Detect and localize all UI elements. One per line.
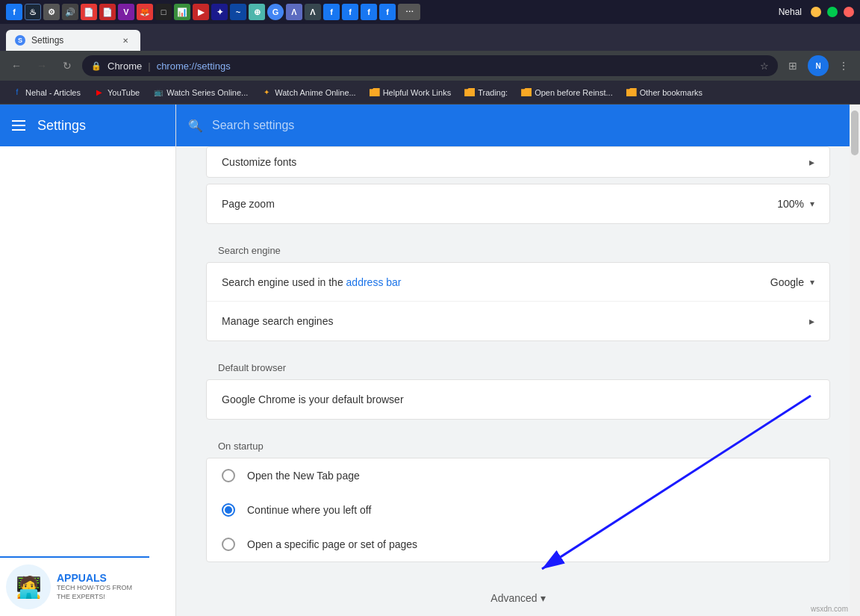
page-zoom-value[interactable]: 100% ▾: [777, 198, 814, 210]
bookmark-watch-series-label: Watch Series Online...: [166, 88, 248, 97]
page-zoom-card: Page zoom 100% ▾: [206, 184, 830, 224]
startup-option-continue[interactable]: Continue where you left off: [207, 493, 829, 527]
tab-close-button[interactable]: ✕: [119, 34, 131, 46]
taskbar-google-icon[interactable]: G: [267, 4, 284, 20]
scrollbar-track[interactable]: [850, 105, 860, 616]
bookmark-trading-icon: [464, 87, 475, 98]
back-button[interactable]: ←: [6, 55, 27, 76]
taskbar-icon-5[interactable]: 📄: [81, 4, 97, 20]
bookmark-helpful-work-icon: [370, 87, 380, 98]
bookmark-watch-anime[interactable]: ✦ Watch Anime Online...: [255, 84, 361, 102]
bookmark-star-icon[interactable]: ☆: [760, 60, 769, 72]
default-browser-status: Google Chrome is your default browser: [222, 393, 814, 405]
taskbar-icon-13[interactable]: ~: [230, 4, 246, 20]
page-zoom-dropdown-arrow: ▾: [810, 199, 814, 209]
lock-icon: 🔒: [91, 61, 102, 71]
taskbar-steam-icon[interactable]: ♨: [25, 4, 41, 20]
window-controls[interactable]: [811, 7, 854, 17]
extensions-button[interactable]: ⊞: [782, 55, 803, 76]
search-engine-used-label: Search engine used in the address bar: [222, 276, 770, 288]
settings-main: 🔍 Customize fonts ▸ Page zoom 100% ▾: [176, 105, 860, 616]
advanced-button[interactable]: Advanced ▾: [479, 586, 557, 610]
taskbar-fb2-icon[interactable]: f: [323, 4, 340, 20]
search-icon: 🔍: [188, 119, 203, 133]
settings-search-bar: 🔍: [176, 105, 860, 146]
wsxdn-watermark: wsxdn.com: [811, 605, 848, 613]
taskbar-fb3-icon[interactable]: f: [342, 4, 358, 20]
bookmark-open-before[interactable]: Open before Reinst...: [515, 84, 619, 102]
search-engine-current-value: Google: [770, 276, 804, 288]
bookmark-helpful-work[interactable]: Helpful Work Links: [364, 84, 458, 102]
taskbar-fb5-icon[interactable]: f: [379, 4, 396, 20]
bookmark-helpful-work-label: Helpful Work Links: [383, 88, 452, 97]
startup-option-specific-page[interactable]: Open a specific page or set of pages: [207, 527, 829, 561]
taskbar-fb-icon[interactable]: f: [6, 4, 22, 20]
bookmark-open-before-icon: [521, 87, 532, 98]
bookmark-watch-anime-icon: ✦: [261, 87, 272, 98]
maximize-button[interactable]: [827, 7, 838, 17]
taskbar-icon-6[interactable]: 📄: [99, 4, 116, 20]
minimize-button[interactable]: [811, 7, 821, 17]
taskbar-icon-3[interactable]: ⚙: [43, 4, 60, 20]
bookmark-watch-series-icon: 📺: [153, 87, 163, 98]
settings-dots-button[interactable]: ⋮: [833, 55, 854, 76]
title-bar-right: Nehal: [779, 7, 854, 17]
bookmark-trading[interactable]: Trading:: [458, 84, 514, 102]
taskbar-icon-4[interactable]: 🔊: [62, 4, 78, 20]
startup-option-new-tab[interactable]: Open the New Tab page: [207, 458, 829, 493]
bookmark-watch-series[interactable]: 📺 Watch Series Online...: [147, 84, 254, 102]
watermark-subtitle: TECH HOW-TO'S FROMTHE EXPERTS!: [57, 584, 143, 601]
hamburger-menu-button[interactable]: [12, 120, 25, 131]
user-name: Nehal: [779, 7, 802, 17]
taskbar-icon-15[interactable]: Λ: [286, 4, 302, 20]
bookmark-youtube[interactable]: ▶ YouTube: [88, 84, 146, 102]
forward-button[interactable]: →: [31, 55, 52, 76]
address-input[interactable]: 🔒 Chrome | chrome://settings ☆: [82, 55, 778, 76]
default-browser-section-label: Default browser: [206, 347, 830, 379]
watermark: 🧑‍💻 APPUALS TECH HOW-TO'S FROMTHE EXPERT…: [0, 556, 149, 616]
active-tab[interactable]: S Settings ✕: [6, 30, 140, 51]
startup-specific-page-label: Open a specific page or set of pages: [247, 538, 417, 550]
taskbar-icon-9[interactable]: □: [155, 4, 172, 20]
sidebar-title: Settings: [37, 118, 86, 134]
search-engine-used-row[interactable]: Search engine used in the address bar Go…: [207, 263, 829, 302]
startup-continue-label: Continue where you left off: [247, 504, 371, 516]
taskbar-icon-8[interactable]: 🦊: [137, 4, 153, 20]
search-input[interactable]: [212, 119, 848, 132]
taskbar-icons: f ♨ ⚙ 🔊 📄 📄 V 🦊 □ 📊 ▶ ✦ ~ ⊕ G Λ Λ f f f …: [6, 4, 420, 20]
customize-fonts-arrow: ▸: [809, 156, 814, 168]
taskbar-more-icon[interactable]: ⋯: [398, 4, 420, 20]
startup-radio-continue[interactable]: [222, 503, 235, 517]
taskbar-icon-16[interactable]: Λ: [305, 4, 321, 20]
address-divider: |: [148, 60, 150, 72]
taskbar-icon-12[interactable]: ✦: [211, 4, 228, 20]
reload-button[interactable]: ↻: [57, 55, 78, 76]
taskbar-icon-14[interactable]: ⊕: [249, 4, 265, 20]
customize-fonts-row[interactable]: Customize fonts ▸: [206, 146, 830, 178]
content-area: Customize fonts ▸ Page zoom 100% ▾ Searc…: [176, 146, 860, 616]
profile-button[interactable]: N: [808, 55, 829, 76]
on-startup-section-label: On startup: [206, 426, 830, 458]
manage-search-engines-row[interactable]: Manage search engines ▸: [207, 302, 829, 340]
advanced-arrow: ▾: [540, 592, 546, 604]
page-zoom-row[interactable]: Page zoom 100% ▾: [207, 184, 829, 223]
bookmark-nehal[interactable]: f Nehal - Articles: [6, 84, 87, 102]
taskbar-icon-11[interactable]: ▶: [193, 4, 209, 20]
taskbar-fb4-icon[interactable]: f: [361, 4, 377, 20]
scrollbar-thumb[interactable]: [851, 111, 859, 155]
startup-radio-specific-page[interactable]: [222, 538, 235, 551]
settings-sidebar: Settings: [0, 105, 176, 616]
address-bar-link[interactable]: address bar: [346, 276, 402, 288]
bookmark-other[interactable]: Other bookmarks: [620, 84, 708, 102]
customize-fonts-label: Customize fonts: [222, 156, 296, 168]
tab-favicon: S: [15, 35, 25, 46]
close-button[interactable]: [844, 7, 854, 17]
manage-search-engines-label: Manage search engines: [222, 315, 809, 327]
search-engine-value[interactable]: Google ▾: [770, 276, 814, 288]
taskbar-icon-7[interactable]: V: [118, 4, 134, 20]
taskbar-icon-10[interactable]: 📊: [174, 4, 190, 20]
bookmark-youtube-icon: ▶: [94, 87, 105, 98]
startup-radio-new-tab[interactable]: [222, 469, 235, 482]
page-zoom-label: Page zoom: [222, 198, 777, 210]
bookmark-other-label: Other bookmarks: [640, 88, 702, 97]
